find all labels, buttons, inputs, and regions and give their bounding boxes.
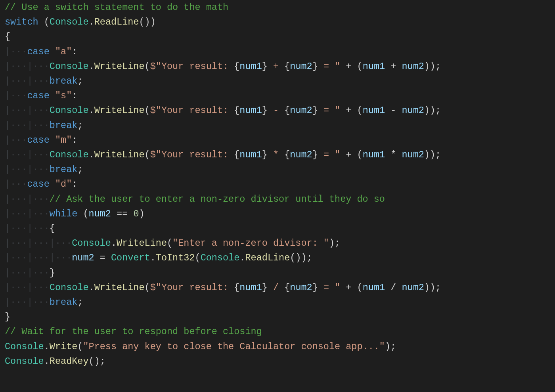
code-token bbox=[385, 149, 390, 160]
code-token bbox=[396, 282, 402, 293]
code-line[interactable]: Console.ReadKey(); bbox=[5, 356, 105, 367]
code-token: $"Your result: bbox=[150, 105, 234, 116]
code-token: . bbox=[44, 341, 50, 352]
code-token: { bbox=[234, 105, 239, 116]
code-line[interactable]: |···|···|···num2 = Convert.ToInt32(Conso… bbox=[5, 252, 312, 263]
code-line[interactable]: { bbox=[5, 31, 10, 42]
code-line[interactable]: |···case "a": bbox=[5, 46, 77, 57]
code-token: . bbox=[89, 105, 94, 116]
code-token: Console bbox=[50, 105, 89, 116]
indent-guide: |···|··· bbox=[5, 208, 50, 219]
code-token: ( bbox=[167, 238, 172, 249]
code-line[interactable]: |···|···|···Console.WriteLine("Enter a n… bbox=[5, 238, 340, 249]
code-token: num1 bbox=[239, 61, 262, 72]
code-token: { bbox=[5, 31, 10, 42]
indent-guide: |···|···|··· bbox=[5, 252, 72, 263]
code-line[interactable]: |···|···} bbox=[5, 268, 55, 278]
code-token: // Use a switch statement to do the math bbox=[5, 2, 228, 13]
code-line[interactable]: |···case "d": bbox=[5, 179, 77, 189]
code-token: WriteLine bbox=[94, 61, 145, 72]
code-token: ( bbox=[44, 17, 50, 27]
code-token: + bbox=[346, 282, 351, 293]
code-line[interactable]: } bbox=[5, 312, 10, 322]
indent-guide: |···|··· bbox=[5, 164, 50, 175]
code-token: // Wait for the user to respond before c… bbox=[5, 326, 262, 337]
code-line[interactable]: |···|···Console.WriteLine($"Your result:… bbox=[5, 149, 441, 160]
code-token: ( bbox=[145, 61, 150, 72]
code-token: - bbox=[268, 105, 284, 116]
code-token bbox=[128, 208, 133, 219]
code-token: { bbox=[284, 149, 290, 160]
code-line[interactable]: switch (Console.ReadLine()) bbox=[5, 17, 156, 27]
code-token: "s" bbox=[55, 90, 72, 101]
code-line[interactable]: |···|···break; bbox=[5, 76, 83, 86]
code-line[interactable]: // Wait for the user to respond before c… bbox=[5, 326, 262, 337]
code-line[interactable]: |···|···while (num2 == 0) bbox=[5, 208, 145, 219]
code-token bbox=[396, 149, 402, 160]
code-token: break bbox=[50, 297, 78, 308]
code-token: Console bbox=[5, 341, 44, 352]
code-token: Console bbox=[50, 17, 89, 27]
indent-guide: |···|··· bbox=[5, 297, 50, 308]
code-line[interactable]: Console.Write("Press any key to close th… bbox=[5, 341, 396, 352]
code-line[interactable]: |···|···Console.WriteLine($"Your result:… bbox=[5, 61, 441, 72]
code-line[interactable]: // Use a switch statement to do the math bbox=[5, 2, 228, 13]
code-token bbox=[351, 61, 357, 72]
code-line[interactable]: |···|···// Ask the user to enter a non-z… bbox=[5, 194, 385, 205]
code-token: )); bbox=[424, 61, 441, 72]
code-token: ; bbox=[77, 164, 83, 175]
code-token: } bbox=[312, 105, 318, 116]
code-token: break bbox=[50, 120, 78, 131]
code-token: num2 bbox=[290, 61, 312, 72]
code-token: while bbox=[50, 208, 78, 219]
code-token: } bbox=[262, 105, 268, 116]
code-token: } bbox=[5, 312, 10, 322]
code-token: . bbox=[150, 252, 156, 263]
code-token: ( bbox=[357, 282, 363, 293]
code-token bbox=[77, 208, 83, 219]
code-token: Console bbox=[50, 61, 89, 72]
code-line[interactable]: |···|···break; bbox=[5, 120, 83, 131]
code-token bbox=[396, 61, 402, 72]
code-line[interactable]: |···|···Console.WriteLine($"Your result:… bbox=[5, 105, 441, 116]
code-token: ); bbox=[329, 238, 340, 249]
code-token bbox=[351, 282, 357, 293]
code-token bbox=[50, 179, 55, 189]
code-token: Write bbox=[50, 341, 78, 352]
code-token bbox=[351, 149, 357, 160]
code-token: )); bbox=[424, 149, 441, 160]
code-token: num1 bbox=[363, 149, 385, 160]
code-token bbox=[111, 208, 117, 219]
code-token bbox=[50, 46, 55, 57]
code-line[interactable]: |···case "s": bbox=[5, 90, 77, 101]
code-line[interactable]: |···|···break; bbox=[5, 164, 83, 175]
code-token bbox=[351, 105, 357, 116]
code-line[interactable]: |···|···{ bbox=[5, 223, 55, 234]
code-token: Console bbox=[5, 356, 44, 367]
indent-guide: |··· bbox=[5, 90, 27, 101]
code-token: num1 bbox=[363, 105, 385, 116]
code-token: case bbox=[27, 46, 49, 57]
code-token: ( bbox=[145, 105, 150, 116]
code-token: Convert bbox=[111, 252, 150, 263]
code-token: ); bbox=[385, 341, 396, 352]
indent-guide: |···|··· bbox=[5, 282, 50, 293]
code-line[interactable]: |···|···break; bbox=[5, 297, 83, 308]
code-token: { bbox=[284, 282, 290, 293]
code-token bbox=[340, 61, 346, 72]
code-token: num2 bbox=[402, 149, 424, 160]
code-editor[interactable]: // Use a switch statement to do the math… bbox=[0, 0, 555, 369]
code-line[interactable]: |···|···Console.WriteLine($"Your result:… bbox=[5, 282, 441, 293]
code-line[interactable]: |···case "m": bbox=[5, 135, 77, 145]
code-token: } bbox=[312, 61, 318, 72]
code-token: (); bbox=[89, 356, 105, 367]
code-content[interactable]: // Use a switch statement to do the math… bbox=[0, 0, 555, 369]
code-token: num1 bbox=[363, 282, 385, 293]
code-token bbox=[340, 149, 346, 160]
code-token: . bbox=[111, 238, 117, 249]
code-token: + bbox=[390, 61, 396, 72]
indent-guide: |···|··· bbox=[5, 76, 50, 86]
code-token: WriteLine bbox=[94, 282, 145, 293]
code-token: ReadLine bbox=[94, 17, 139, 27]
code-token: = " bbox=[318, 105, 340, 116]
